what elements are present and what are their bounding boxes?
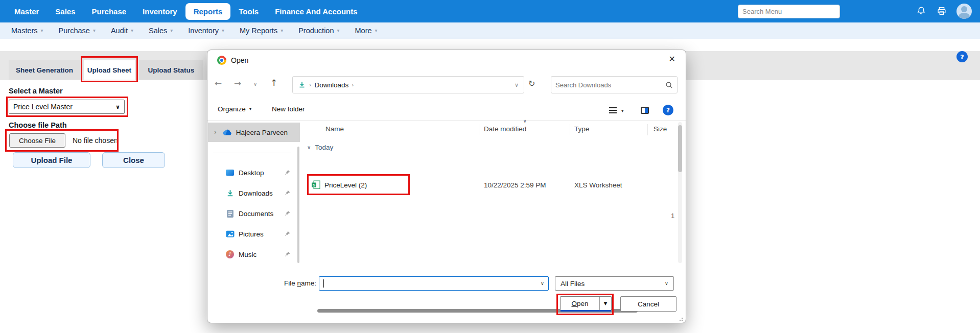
printer-icon[interactable] xyxy=(936,6,947,17)
top-nav-menu: Master Sales Purchase Inventory Reports … xyxy=(6,3,366,20)
preview-pane-icon[interactable] xyxy=(641,107,649,114)
search-downloads-input[interactable] xyxy=(555,81,665,89)
subnav-audit[interactable]: Audit▾ xyxy=(111,27,133,35)
dialog-title-bar: Open ✕ xyxy=(207,50,686,70)
sidebar-item-downloads[interactable]: Downloads xyxy=(208,184,296,202)
top-nav-sales[interactable]: Sales xyxy=(47,3,83,20)
user-avatar[interactable] xyxy=(956,4,972,19)
refresh-icon[interactable]: ↻ xyxy=(528,80,535,88)
top-nav-inventory[interactable]: Inventory xyxy=(134,3,185,20)
divider xyxy=(570,124,570,135)
tab-upload-sheet[interactable]: Upload Sheet xyxy=(84,60,135,80)
pin-icon[interactable] xyxy=(284,251,291,258)
view-dropdown-icon[interactable]: ▾ xyxy=(621,109,624,113)
chevron-down-icon: ▾ xyxy=(249,107,252,111)
address-dropdown-icon[interactable]: ∨ xyxy=(515,82,519,88)
sidebar-item-music[interactable]: ♪ Music xyxy=(208,246,296,263)
downloads-icon xyxy=(226,189,235,198)
collapse-chevron-icon[interactable]: ∨ xyxy=(307,145,311,150)
breadcrumb-downloads[interactable]: Downloads xyxy=(314,81,348,89)
pin-icon[interactable] xyxy=(284,210,291,217)
file-name-input[interactable]: ∨ xyxy=(319,276,549,291)
upload-file-button[interactable]: Upload File xyxy=(13,152,90,168)
choose-file-button[interactable]: Choose File xyxy=(9,133,65,148)
subnav-purchase[interactable]: Purchase▾ xyxy=(59,27,96,35)
subnav-inventory[interactable]: Inventory▾ xyxy=(188,27,224,35)
open-dropdown-icon[interactable]: ▼ xyxy=(600,301,611,306)
resize-grip[interactable] xyxy=(678,316,683,321)
sidebar-scrollbar[interactable] xyxy=(297,147,299,263)
top-nav-master[interactable]: Master xyxy=(6,3,47,20)
sidebar-item-documents[interactable]: Documents xyxy=(208,205,296,222)
file-list-scrollbar[interactable] xyxy=(678,122,682,263)
onedrive-cloud-icon xyxy=(221,128,232,136)
back-arrow-icon[interactable]: ← xyxy=(215,79,222,88)
subnav-more[interactable]: More▾ xyxy=(355,27,378,35)
subnav-masters[interactable]: Masters▾ xyxy=(11,27,43,35)
top-nav-finance[interactable]: Finance And Accounts xyxy=(267,3,365,20)
top-nav-purchase[interactable]: Purchase xyxy=(84,3,135,20)
column-header-size[interactable]: Size xyxy=(654,125,667,133)
dialog-toolbar: Organize ▾ New folder ▾ ? xyxy=(207,101,686,120)
scrollbar-thumb[interactable] xyxy=(678,125,682,172)
column-header-type[interactable]: Type xyxy=(574,125,589,133)
master-select-value: Price Level Master xyxy=(13,103,115,111)
address-bar[interactable]: › Downloads › ∨ xyxy=(292,76,524,93)
tab-upload-status[interactable]: Upload Status xyxy=(139,60,203,80)
bell-icon[interactable] xyxy=(916,6,927,17)
subnav-my-reports[interactable]: My Reports▾ xyxy=(240,27,283,35)
sidebar-item-desktop[interactable]: Desktop xyxy=(208,164,296,181)
file-type-select[interactable]: All Files ∨ xyxy=(555,276,674,291)
expand-chevron-icon[interactable]: › xyxy=(214,129,217,135)
file-name-label: File name: xyxy=(259,279,316,287)
new-folder-button[interactable]: New folder xyxy=(272,105,305,113)
partial-size-text: 1 xyxy=(671,212,674,220)
chevron-down-icon[interactable]: ∨ xyxy=(541,281,544,286)
pin-icon[interactable] xyxy=(284,169,291,176)
cancel-button[interactable]: Cancel xyxy=(620,296,676,312)
chevron-down-icon: ∨ xyxy=(665,281,668,286)
chevron-right-icon[interactable]: › xyxy=(352,82,354,88)
top-nav-tools[interactable]: Tools xyxy=(230,3,267,20)
group-header-today[interactable]: ∨ Today xyxy=(307,144,333,151)
close-icon[interactable]: ✕ xyxy=(669,55,675,63)
sort-indicator-icon[interactable]: ∨ xyxy=(523,119,527,124)
desktop-icon xyxy=(226,170,234,176)
pin-icon[interactable] xyxy=(284,189,291,197)
excel-file-icon: S xyxy=(311,180,320,189)
file-type: XLS Worksheet xyxy=(574,181,622,189)
history-chevron-icon[interactable]: ∨ xyxy=(253,82,257,87)
master-select[interactable]: Price Level Master ∨ xyxy=(9,100,125,114)
subnav-production[interactable]: Production▾ xyxy=(298,27,339,35)
sidebar-item-onedrive[interactable]: › Hajeera Parveen xyxy=(208,123,300,142)
pictures-icon xyxy=(226,230,235,237)
file-date-modified: 10/22/2025 2:59 PM xyxy=(484,181,546,189)
organize-menu[interactable]: Organize ▾ xyxy=(218,105,251,113)
pin-icon[interactable] xyxy=(284,230,291,237)
column-header-date-modified[interactable]: Date modified xyxy=(484,125,526,133)
sidebar-onedrive-label: Hajeera Parveen xyxy=(236,129,288,136)
file-row-pricelevel[interactable]: S PriceLevel (2) 10/22/2025 2:59 PM XLS … xyxy=(300,175,668,195)
forward-arrow-icon[interactable]: → xyxy=(234,79,241,88)
up-arrow-icon[interactable]: ↑ xyxy=(270,79,277,87)
page-help-icon[interactable]: ? xyxy=(956,51,968,62)
close-button[interactable]: Close xyxy=(102,152,165,168)
open-button[interactable]: Open ▼ xyxy=(560,296,612,312)
column-header-name[interactable]: Name xyxy=(325,125,344,133)
subnav-sales[interactable]: Sales▾ xyxy=(149,27,173,35)
chevron-down-icon: ∨ xyxy=(115,104,120,110)
dialog-title: Open xyxy=(231,56,248,64)
text-cursor xyxy=(323,279,324,288)
topbar-right-cluster xyxy=(738,4,972,19)
chevron-down-icon: ▾ xyxy=(375,28,378,33)
dialog-help-icon[interactable]: ? xyxy=(663,105,673,115)
sidebar-item-pictures[interactable]: Pictures xyxy=(208,225,296,243)
tab-sheet-generation[interactable]: Sheet Generation xyxy=(9,60,80,80)
open-file-dialog: Open ✕ ← → ∨ ↑ › Downloads › ∨ ↻ xyxy=(207,50,686,323)
search-menu-input[interactable] xyxy=(738,5,840,18)
documents-icon xyxy=(226,209,234,218)
secondary-navbar: Masters▾ Purchase▾ Audit▾ Sales▾ Invento… xyxy=(0,22,980,39)
top-nav-reports[interactable]: Reports xyxy=(185,3,231,20)
list-view-icon[interactable] xyxy=(609,107,617,113)
chevron-down-icon: ▾ xyxy=(131,28,133,33)
